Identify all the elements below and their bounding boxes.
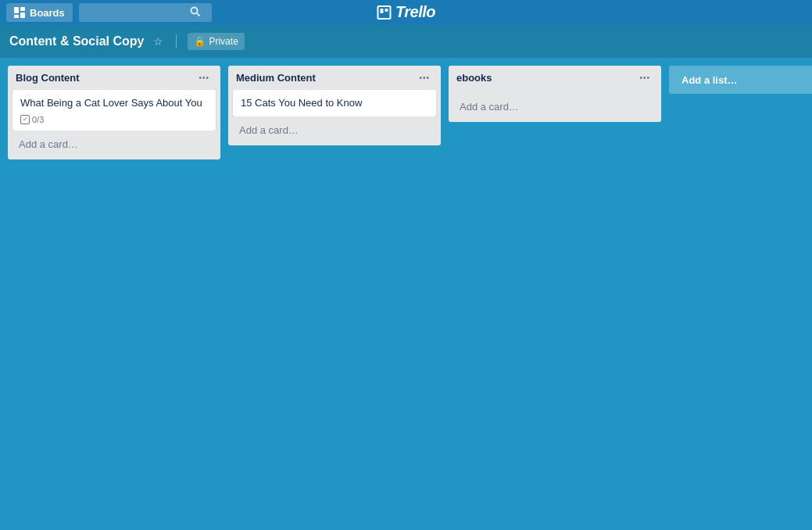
- card-title: What Being a Cat Lover Says About You: [20, 96, 208, 110]
- checklist-icon: [20, 115, 30, 124]
- top-nav: Boards Trello: [0, 0, 812, 25]
- board-header: Content & Social Copy ☆ 🔒 Private: [0, 25, 812, 58]
- add-list-button[interactable]: Add a list…: [669, 66, 812, 94]
- add-list-label: Add a list…: [681, 74, 738, 86]
- lock-icon: 🔒: [194, 36, 206, 47]
- checklist-count: 0/3: [32, 115, 44, 124]
- svg-rect-1: [20, 7, 25, 11]
- boards-icon: [14, 7, 25, 18]
- card[interactable]: What Being a Cat Lover Says About You0/3: [13, 90, 216, 131]
- boards-button[interactable]: Boards: [6, 3, 73, 22]
- list-title: ebooks: [456, 72, 492, 84]
- list-cards: What Being a Cat Lover Says About You0/3: [8, 90, 220, 131]
- trello-logo-icon: [377, 5, 391, 20]
- star-button[interactable]: ☆: [152, 34, 165, 49]
- list-title: Blog Content: [16, 72, 80, 84]
- trello-logo: Trello: [377, 3, 435, 21]
- list-header: ebooks•••: [449, 66, 661, 90]
- list-header: Medium Content•••: [228, 66, 441, 90]
- search-input[interactable]: [85, 7, 187, 18]
- list-cards: 15 Cats You Need to Know: [228, 90, 441, 116]
- search-icon: [190, 6, 200, 19]
- svg-rect-2: [14, 15, 19, 18]
- card-title: 15 Cats You Need to Know: [241, 96, 428, 110]
- board-title: Content & Social Copy: [9, 34, 144, 48]
- list-title: Medium Content: [236, 72, 316, 84]
- add-card-button[interactable]: Add a card…: [453, 96, 656, 117]
- add-card-button[interactable]: Add a card…: [233, 120, 436, 141]
- list-menu-button[interactable]: •••: [195, 73, 213, 84]
- list-ebooks: ebooks•••Add a card…: [449, 66, 661, 122]
- checklist-badge: 0/3: [20, 115, 44, 124]
- list-blog-content: Blog Content•••What Being a Cat Lover Sa…: [8, 66, 220, 159]
- svg-rect-3: [20, 13, 25, 18]
- list-menu-button[interactable]: •••: [636, 73, 653, 84]
- list-cards: [449, 90, 661, 93]
- divider: [176, 34, 177, 48]
- search-bar[interactable]: [79, 3, 212, 22]
- svg-point-4: [191, 8, 197, 14]
- board-content: Blog Content•••What Being a Cat Lover Sa…: [0, 58, 812, 530]
- privacy-label: Private: [209, 36, 238, 47]
- privacy-button[interactable]: 🔒 Private: [188, 33, 244, 50]
- svg-rect-0: [14, 7, 19, 13]
- empty-list-placeholder: [453, 90, 656, 93]
- boards-label: Boards: [30, 7, 65, 19]
- list-menu-button[interactable]: •••: [416, 73, 433, 84]
- list-header: Blog Content•••: [8, 66, 220, 90]
- card[interactable]: 15 Cats You Need to Know: [233, 90, 436, 116]
- add-card-button[interactable]: Add a card…: [13, 134, 216, 155]
- trello-wordmark: Trello: [395, 3, 435, 21]
- svg-line-5: [197, 13, 200, 16]
- card-badges: 0/3: [20, 115, 208, 124]
- list-medium-content: Medium Content•••15 Cats You Need to Kno…: [228, 66, 441, 145]
